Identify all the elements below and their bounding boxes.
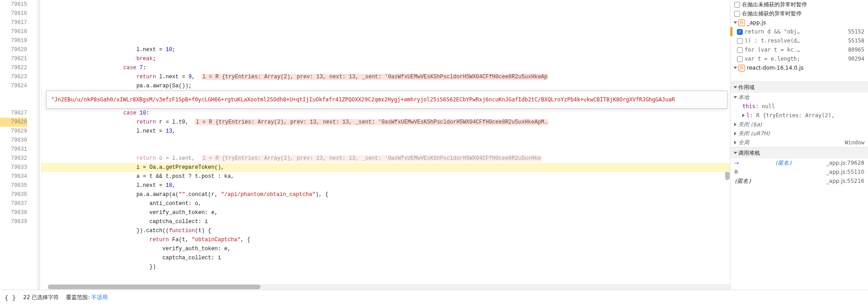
line-number[interactable]: 79632 — [0, 154, 27, 163]
line-number[interactable]: 79636 — [0, 190, 27, 199]
scope-variable[interactable]: l: R {tryEntries: Array(2), — [731, 111, 868, 120]
frame-function: (匿名) — [734, 176, 751, 186]
frame-function: h — [734, 167, 737, 176]
horizontal-scrollbar[interactable] — [48, 284, 730, 290]
scope-variable[interactable]: this: null — [731, 102, 868, 111]
line-number[interactable]: 79618 — [0, 27, 27, 36]
line-number[interactable]: 79630 — [0, 136, 27, 145]
checkbox[interactable]: ✓ — [737, 29, 743, 35]
breakpoint-row[interactable]: ✓return d && "obj…55152 — [731, 27, 868, 36]
code-line[interactable] — [42, 145, 730, 154]
line-number[interactable]: 79622 — [0, 63, 27, 72]
breakpoint-file-name: react-dom-16.14.0.js — [747, 63, 803, 72]
scope-local-header[interactable]: 本地 — [731, 93, 868, 102]
code-editor[interactable]: "Jn2EBu/u/nkP8sGah0/xIWLr8XBgsM/v3efzF1S… — [42, 0, 730, 290]
line-number[interactable] — [0, 100, 27, 109]
breakpoint-file-row[interactable]: JS react-dom-16.14.0.js — [731, 63, 868, 72]
checkbox[interactable] — [737, 47, 743, 53]
js-file-icon: JS — [738, 65, 745, 71]
code-line[interactable]: return o = l.sent, l = R {tryEntries: Ar… — [42, 154, 730, 163]
callstack-frame[interactable]: (匿名)_app.js:79628 — [731, 158, 868, 167]
breakpoint-file-row[interactable]: JS _app.js — [731, 18, 868, 27]
disclosure-icon[interactable] — [742, 114, 745, 117]
line-number[interactable]: 79624 — [0, 81, 27, 91]
line-number[interactable]: 79615 — [0, 0, 27, 9]
pretty-print-button[interactable]: { } — [5, 294, 16, 301]
line-number[interactable]: 79637 — [0, 199, 27, 208]
disclosure-icon[interactable] — [734, 22, 737, 24]
line-number[interactable]: 79634 — [0, 172, 27, 181]
line-number[interactable]: 79617 — [0, 18, 27, 27]
code-line[interactable]: }) — [42, 262, 730, 272]
code-line[interactable]: return Fa(t, "obtainCaptcha", { — [42, 235, 730, 244]
scope-section-header[interactable]: 作用域 — [731, 81, 868, 93]
coverage-info: 覆盖范围: 不适用 — [66, 294, 108, 301]
code-line[interactable]: pa.a.awrap(a("".concat(r, "/api/phantom/… — [42, 190, 730, 199]
line-number[interactable]: 79629 — [0, 127, 27, 136]
code-line[interactable]: l.next = 10; — [42, 45, 730, 54]
scrollbar-thumb[interactable] — [48, 285, 260, 289]
disclosure-icon[interactable] — [734, 67, 737, 69]
disclosure-icon[interactable] — [734, 132, 736, 135]
line-number[interactable]: 79623 — [0, 72, 27, 81]
breakpoint-row[interactable]: )) : t.resolve(d…55158 — [731, 36, 868, 45]
breakpoint-row[interactable]: for (var t = kc.…80965 — [731, 45, 868, 54]
checkbox[interactable] — [734, 2, 740, 8]
checkbox[interactable] — [737, 38, 743, 44]
breakpoint-line: 55152 — [848, 27, 864, 36]
line-number-gutter: 7961579616796177961879619796207962179622… — [0, 0, 35, 290]
line-number[interactable]: 79627 — [0, 109, 27, 118]
breakpoint-label: )) : t.resolve(d… — [745, 36, 846, 45]
line-number[interactable]: 79638 — [0, 208, 27, 217]
line-number[interactable]: 79631 — [0, 145, 27, 154]
scope-global[interactable]: 全局 Window — [731, 138, 868, 147]
code-line[interactable]: pa.a.awrap(Sa()); — [42, 81, 730, 91]
line-number[interactable] — [0, 91, 27, 100]
coverage-value[interactable]: 不适用 — [91, 294, 108, 300]
disclosure-icon[interactable] — [734, 96, 737, 99]
code-line[interactable]: case 10: — [42, 109, 730, 118]
code-line[interactable]: captcha_collect: i — [42, 253, 730, 262]
code-line[interactable]: anti_content: o, — [42, 199, 730, 208]
disclosure-icon[interactable] — [734, 152, 737, 154]
line-number[interactable]: 79620 — [0, 45, 27, 54]
disclosure-icon[interactable] — [734, 123, 736, 126]
line-number[interactable]: 79639 — [0, 217, 27, 226]
checkbox[interactable] — [734, 11, 740, 17]
line-number[interactable]: 79633 — [0, 163, 27, 172]
checkbox[interactable] — [737, 56, 743, 62]
pause-on-uncaught-row[interactable]: 在抛出未捕获的异常时暂停 — [731, 0, 868, 9]
line-number[interactable]: 79616 — [0, 9, 27, 18]
js-file-icon: JS — [738, 19, 745, 26]
callstack-frame[interactable]: (匿名)_app.js:55216 — [731, 176, 868, 186]
tooltip-text: "Jn2EBu/u/nkP8sGah0/xIWLr8XBgsM/v3efzF1S… — [51, 95, 675, 104]
code-line[interactable]: case 7: — [42, 63, 730, 72]
code-line[interactable]: captcha_collect: i — [42, 217, 730, 226]
callstack-frame[interactable]: h_app.js:55110 — [731, 167, 868, 176]
code-line[interactable]: verify_auth_token: e, — [42, 208, 730, 217]
line-number[interactable]: 79621 — [0, 54, 27, 63]
scope-closure[interactable]: 关闭 ($a) — [731, 120, 868, 129]
code-line[interactable]: a = t && t.post ? t.post : ka, — [42, 172, 730, 181]
code-line[interactable]: i = Oa.a.getPrepareToken(), — [42, 163, 730, 172]
code-line[interactable]: verify_auth_token: e, — [42, 244, 730, 253]
breakpoint-line: 55158 — [848, 36, 864, 45]
line-number[interactable]: 79635 — [0, 181, 27, 190]
code-line[interactable]: return l.next = 9, l = R {tryEntries: Ar… — [42, 72, 730, 81]
breakpoint-row[interactable]: var t = e.length;90294 — [731, 54, 868, 63]
scope-closure[interactable]: 关闭 (uR7H) — [731, 129, 868, 138]
disclosure-icon[interactable] — [734, 141, 736, 144]
disclosure-icon[interactable] — [734, 86, 737, 89]
code-line[interactable]: }).catch((function(t) { — [42, 226, 730, 235]
line-number[interactable]: 79619 — [0, 36, 27, 45]
line-number[interactable]: 79628 — [0, 118, 27, 127]
code-line[interactable]: l.next = 18, — [42, 181, 730, 190]
callstack-section-header[interactable]: 调用堆栈 — [731, 147, 868, 158]
code-line[interactable]: l.next = 13, — [42, 127, 730, 136]
pause-on-caught-row[interactable]: 在抛出捕获的异常时暂停 — [731, 9, 868, 18]
code-line[interactable]: return r = l.t0, l = R {tryEntries: Arra… — [42, 118, 730, 127]
code-line[interactable]: break; — [42, 54, 730, 63]
frame-location: _app.js:79628 — [826, 158, 864, 167]
selection-info: 22 已选择字符 — [23, 294, 59, 301]
code-line[interactable] — [42, 136, 730, 145]
